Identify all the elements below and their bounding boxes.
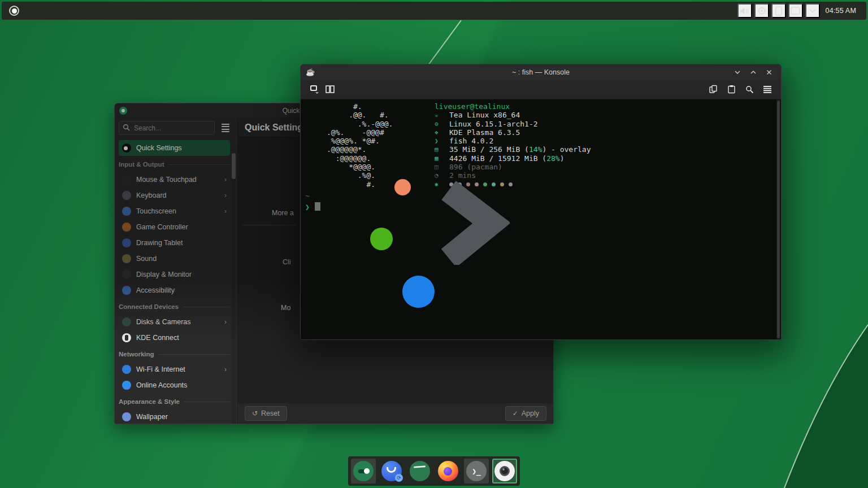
sidebar-item-label: Quick Settings: [136, 144, 182, 152]
desktop[interactable]: 04:55 AM Quick Settings — System Setting…: [0, 0, 868, 488]
accessibility-icon: [122, 286, 131, 295]
touchscreen-icon: [122, 207, 131, 216]
welcome-app-dock-icon[interactable]: ⟳: [379, 459, 404, 483]
copy-button[interactable]: [705, 82, 721, 97]
split-view-button[interactable]: [322, 82, 338, 97]
sidebar-item-accessibility[interactable]: Accessibility: [119, 282, 230, 298]
page-title: Quick Settings: [245, 123, 308, 133]
memory-line: ▦4426 MiB / 15912 MiB (28%): [435, 154, 591, 163]
sidebar-item-label: Display & Monitor: [136, 271, 192, 278]
volume-icon[interactable]: [737, 3, 752, 18]
app-launcher-button[interactable]: [7, 4, 21, 18]
konsole-titlebar[interactable]: ☕ ~ : fish — Konsole: [301, 64, 781, 80]
sidebar-item-wallpaper[interactable]: Wallpaper: [119, 409, 230, 424]
fastfetch-info: liveuser@tealinux☕Tea Linux x86_64⚙Linux…: [435, 102, 591, 189]
apply-button[interactable]: ✓ Apply: [505, 406, 546, 421]
terminal-area[interactable]: #. .@@. #. .%.-@@@. .@%. -@@@# %@@@%. *@…: [301, 99, 781, 339]
system-tray: 04:55 AM: [737, 3, 861, 18]
fastfetch-text: fish 4.0.2: [449, 137, 493, 145]
fastfetch-text: KDE Plasma 6.3.5: [449, 128, 520, 137]
decorative-orange-circle: [394, 179, 411, 195]
check-icon: ✓: [513, 409, 518, 417]
sidebar-item-wi-fi-internet[interactable]: Wi-Fi & Internet›: [119, 361, 230, 377]
reset-button[interactable]: ↺ Reset: [245, 406, 287, 421]
sidebar-item-touchscreen[interactable]: Touchscreen›: [119, 203, 230, 219]
accent-value: 14%: [529, 145, 542, 154]
fastfetch-title-line: liveuser@tealinux: [435, 102, 591, 111]
decorative-chevron-shape: [436, 180, 510, 265]
fastfetch-text: Tea Linux x86_64: [449, 111, 520, 119]
sidebar-item-kde-connect[interactable]: KDE Connect: [119, 330, 230, 346]
sidebar-item-label: Disks & Cameras: [136, 318, 191, 326]
kernel-icon: ⚙: [435, 120, 449, 128]
sidebar-item-mouse-touchpad[interactable]: Mouse & Touchpad›: [119, 172, 230, 188]
clock[interactable]: 04:55 AM: [822, 7, 861, 15]
chevron-right-icon: ›: [224, 365, 227, 373]
decorative-blue-circle: [402, 276, 435, 308]
sidebar-item-keyboard[interactable]: Keyboard›: [119, 188, 230, 203]
settings-status-icon[interactable]: [754, 3, 769, 18]
sidebar-item-label: Wallpaper: [136, 413, 168, 421]
distro-logo-icon: [9, 6, 19, 16]
sidebar-item-quick-settings[interactable]: Quick Settings: [119, 140, 230, 156]
terminal-cursor: [315, 202, 320, 211]
chevron-right-icon: ›: [224, 318, 227, 326]
sidebar-item-label: Accessibility: [136, 286, 175, 294]
sidebar-item-disks-cameras[interactable]: Disks & Cameras›: [119, 314, 230, 330]
paste-button[interactable]: [723, 82, 739, 97]
menu-icon: [763, 85, 772, 93]
sidebar-menu-button[interactable]: [218, 121, 233, 135]
copy-icon: [709, 85, 718, 94]
konsole-window: ☕ ~ : fish — Konsole: [300, 64, 782, 340]
sidebar-section-header: Networking: [119, 347, 230, 361]
package-icon: ◫: [435, 163, 449, 171]
terminal-scrollbar[interactable]: [776, 99, 780, 339]
tea-app-dock-icon[interactable]: [407, 459, 432, 483]
konsole-toolbar: [301, 80, 781, 99]
tray-expand-chevron-icon[interactable]: [805, 3, 820, 18]
dock: ⟳❯_: [348, 456, 520, 486]
os-icon: ☕: [435, 111, 449, 119]
sidebar-item-game-controller[interactable]: Game Controller: [119, 219, 230, 235]
close-button[interactable]: [763, 67, 775, 78]
shell-prompt: ~ ❯: [305, 191, 320, 211]
split-view-icon: [325, 85, 335, 94]
decorative-green-circle: [370, 228, 393, 250]
fastfetch-text: 35 MiB / 256 MiB (14%) - overlay: [449, 145, 591, 154]
sidebar-item-drawing-tablet[interactable]: Drawing Tablet: [119, 235, 230, 251]
top-panel: 04:55 AM: [2, 2, 866, 20]
minimize-button[interactable]: [731, 67, 744, 78]
form-label-fragment-1: More a: [272, 209, 294, 217]
fastfetch-text: Linux 6.15.1-arch1-2: [449, 120, 538, 128]
form-separator: [242, 225, 296, 225]
sidebar-scrollbar[interactable]: [232, 153, 236, 424]
system-settings-dock-icon[interactable]: [351, 459, 376, 483]
desktop-icon: ❖: [435, 128, 449, 137]
sidebar-item-display-monitor[interactable]: Display & Monitor: [119, 267, 230, 282]
sidebar-item-label: Sound: [136, 255, 157, 263]
wallpaper-icon: [122, 412, 131, 421]
fastfetch-text: 2 mins: [449, 171, 476, 180]
hamburger-menu-button[interactable]: [760, 82, 775, 97]
firefox-dock-icon[interactable]: [436, 459, 461, 483]
sidebar-section-header: Appearance & Style: [119, 394, 230, 409]
search-input[interactable]: [119, 121, 215, 135]
konsole-dock-icon[interactable]: ❯_: [464, 459, 489, 483]
sidebar-item-label: Mouse & Touchpad: [136, 176, 197, 184]
display-icon[interactable]: [788, 3, 803, 18]
new-tab-button[interactable]: [306, 82, 322, 97]
find-button[interactable]: [741, 82, 757, 97]
memory-icon: ▦: [435, 154, 449, 163]
kde-connect-icon: [122, 333, 131, 342]
form-label-fragment-3: Mo: [281, 304, 290, 312]
shell-line: ❯fish 4.0.2: [435, 137, 591, 145]
sidebar-item-sound[interactable]: Sound: [119, 251, 230, 267]
screen-recorder-dock-icon[interactable]: [492, 459, 517, 483]
kde-connect-phone-icon[interactable]: [771, 3, 786, 18]
sidebar-item-label: Keyboard: [136, 191, 167, 199]
sidebar-item-online-accounts[interactable]: Online Accounts: [119, 377, 230, 393]
quick-settings-icon: [122, 143, 131, 152]
maximize-button[interactable]: [747, 67, 760, 78]
paste-icon: [727, 85, 736, 94]
konsole-window-title: ~ : fish — Konsole: [301, 68, 781, 76]
